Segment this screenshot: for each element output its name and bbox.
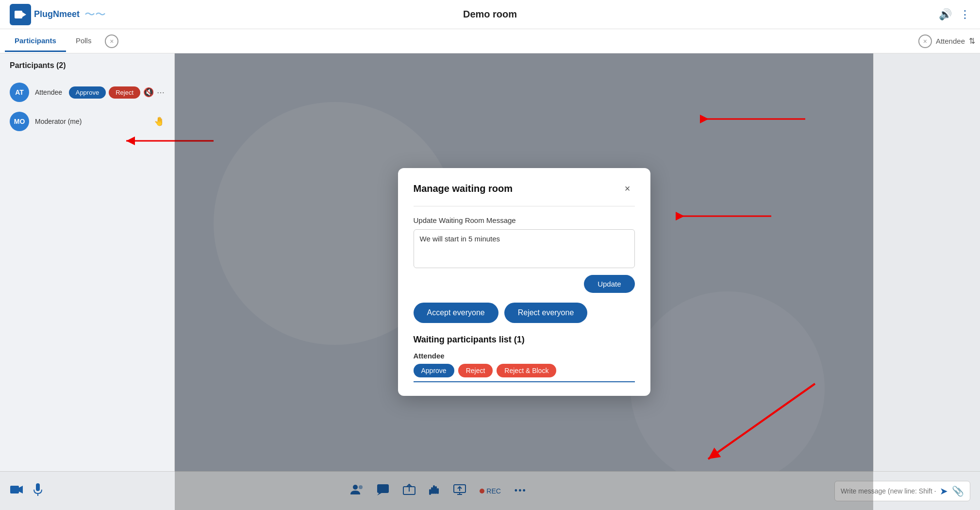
logo-waves: 〜〜 bbox=[84, 7, 106, 22]
svg-rect-0 bbox=[15, 11, 22, 18]
modal-divider bbox=[414, 206, 635, 206]
tabs-close-button[interactable]: × bbox=[105, 34, 118, 48]
bulk-actions: Accept everyone Reject everyone bbox=[414, 303, 635, 323]
waiting-participant-name: Attendee bbox=[414, 352, 635, 360]
avatar-mo: MO bbox=[10, 112, 29, 131]
header-actions: 🔊 ⋮ bbox=[939, 8, 970, 21]
participant-actions-moderator: 🤚 bbox=[154, 116, 165, 127]
participant-name-moderator: Moderator (me) bbox=[35, 118, 148, 125]
participant-item: AT Attendee Approve Reject 🔇 ⋯ bbox=[0, 78, 174, 107]
bottom-left-controls bbox=[10, 483, 43, 499]
svg-rect-6 bbox=[10, 486, 19, 493]
volume-icon[interactable]: 🔊 bbox=[939, 8, 952, 21]
attach-icon[interactable]: 📎 bbox=[952, 485, 964, 497]
modal-header: Manage waiting room × bbox=[414, 182, 635, 196]
accept-everyone-button[interactable]: Accept everyone bbox=[414, 303, 498, 323]
reject-everyone-button[interactable]: Reject everyone bbox=[504, 303, 588, 323]
manage-waiting-room-modal: Manage waiting room × Update Waiting Roo… bbox=[398, 168, 650, 396]
approve-waiting-button[interactable]: Approve bbox=[414, 364, 454, 377]
right-panel bbox=[873, 53, 980, 510]
logo-icon bbox=[10, 4, 31, 25]
modal-section-label: Update Waiting Room Message bbox=[414, 216, 635, 224]
mic-icon-attendee: 🔇 bbox=[143, 87, 154, 98]
waiting-title: Waiting participants list (1) bbox=[414, 335, 635, 345]
update-row: Update bbox=[414, 275, 635, 293]
chevron-updown-icon[interactable]: ⇅ bbox=[969, 36, 975, 46]
right-tab-close[interactable]: × bbox=[918, 34, 932, 48]
tab-participants[interactable]: Participants bbox=[5, 31, 66, 52]
hand-icon-moderator: 🤚 bbox=[154, 116, 165, 127]
svg-marker-1 bbox=[22, 12, 26, 17]
attendee-tab-label: Attendee bbox=[936, 37, 965, 45]
left-panel: Participants (2) AT Attendee Approve Rej… bbox=[0, 53, 175, 510]
participant-item-moderator: MO Moderator (me) 🤚 bbox=[0, 107, 174, 136]
tabs-row: Participants Polls × × Attendee ⇅ bbox=[0, 29, 980, 53]
participant-name-attendee: Attendee bbox=[35, 88, 63, 96]
left-tabs: Participants Polls × bbox=[0, 31, 175, 52]
room-title: Demo room bbox=[463, 9, 517, 20]
more-icon-attendee[interactable]: ⋯ bbox=[157, 88, 165, 97]
waiting-underline bbox=[414, 381, 635, 382]
waiting-room-message-input[interactable]: We will start in 5 minutes bbox=[414, 229, 635, 268]
more-icon[interactable]: ⋮ bbox=[960, 8, 970, 21]
modal-title: Manage waiting room bbox=[414, 183, 513, 194]
participants-header: Participants (2) bbox=[0, 53, 174, 78]
reject-waiting-button[interactable]: Reject bbox=[458, 364, 493, 377]
logo-text: PlugNmeet bbox=[34, 9, 80, 19]
svg-marker-7 bbox=[19, 486, 23, 493]
camera-button[interactable] bbox=[10, 484, 23, 498]
logo: PlugNmeet 〜〜 bbox=[10, 4, 106, 25]
send-icon[interactable]: ➤ bbox=[940, 485, 948, 497]
approve-attendee-button[interactable]: Approve bbox=[69, 86, 106, 99]
mic-button[interactable] bbox=[33, 483, 43, 499]
svg-rect-8 bbox=[36, 483, 40, 491]
reject-attendee-button[interactable]: Reject bbox=[109, 86, 140, 99]
center-area: Manage waiting room × Update Waiting Roo… bbox=[175, 53, 873, 510]
waiting-actions: Approve Reject Reject & Block bbox=[414, 364, 635, 377]
tab-polls[interactable]: Polls bbox=[66, 31, 101, 52]
header: PlugNmeet 〜〜 Demo room 🔊 ⋮ bbox=[0, 0, 980, 29]
main-layout: Participants (2) AT Attendee Approve Rej… bbox=[0, 53, 980, 510]
reject-block-button[interactable]: Reject & Block bbox=[497, 364, 556, 377]
avatar-at: AT bbox=[10, 83, 29, 102]
participant-actions-attendee: Approve Reject 🔇 ⋯ bbox=[69, 86, 165, 99]
update-button[interactable]: Update bbox=[584, 275, 634, 293]
modal-overlay: Manage waiting room × Update Waiting Roo… bbox=[175, 53, 873, 510]
modal-close-button[interactable]: × bbox=[620, 182, 635, 196]
right-tabs: × Attendee ⇅ bbox=[175, 34, 980, 48]
